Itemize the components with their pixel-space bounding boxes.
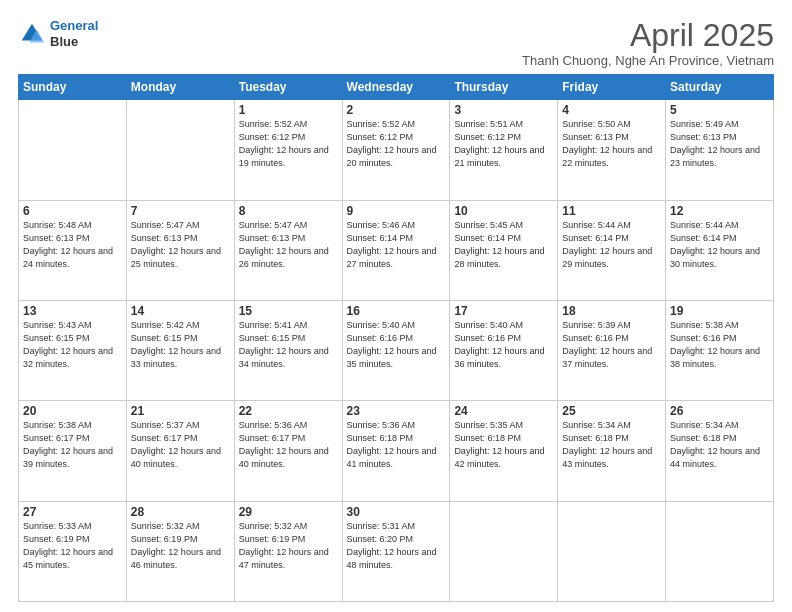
col-saturday: Saturday	[666, 75, 774, 100]
table-row: 21Sunrise: 5:37 AM Sunset: 6:17 PM Dayli…	[126, 401, 234, 501]
day-number: 7	[131, 204, 230, 218]
day-info: Sunrise: 5:45 AM Sunset: 6:14 PM Dayligh…	[454, 219, 553, 271]
day-number: 9	[347, 204, 446, 218]
table-row: 1Sunrise: 5:52 AM Sunset: 6:12 PM Daylig…	[234, 100, 342, 200]
day-info: Sunrise: 5:41 AM Sunset: 6:15 PM Dayligh…	[239, 319, 338, 371]
table-row: 16Sunrise: 5:40 AM Sunset: 6:16 PM Dayli…	[342, 300, 450, 400]
day-number: 12	[670, 204, 769, 218]
day-info: Sunrise: 5:35 AM Sunset: 6:18 PM Dayligh…	[454, 419, 553, 471]
col-monday: Monday	[126, 75, 234, 100]
day-number: 3	[454, 103, 553, 117]
day-info: Sunrise: 5:40 AM Sunset: 6:16 PM Dayligh…	[454, 319, 553, 371]
day-number: 5	[670, 103, 769, 117]
day-info: Sunrise: 5:46 AM Sunset: 6:14 PM Dayligh…	[347, 219, 446, 271]
page: General Blue April 2025 Thanh Chuong, Ng…	[0, 0, 792, 612]
day-info: Sunrise: 5:48 AM Sunset: 6:13 PM Dayligh…	[23, 219, 122, 271]
day-number: 10	[454, 204, 553, 218]
day-number: 29	[239, 505, 338, 519]
table-row: 30Sunrise: 5:31 AM Sunset: 6:20 PM Dayli…	[342, 501, 450, 601]
table-row: 19Sunrise: 5:38 AM Sunset: 6:16 PM Dayli…	[666, 300, 774, 400]
logo-icon	[18, 20, 46, 48]
month-title: April 2025	[522, 18, 774, 53]
table-row: 20Sunrise: 5:38 AM Sunset: 6:17 PM Dayli…	[19, 401, 127, 501]
calendar-week-row: 6Sunrise: 5:48 AM Sunset: 6:13 PM Daylig…	[19, 200, 774, 300]
day-info: Sunrise: 5:44 AM Sunset: 6:14 PM Dayligh…	[562, 219, 661, 271]
day-info: Sunrise: 5:43 AM Sunset: 6:15 PM Dayligh…	[23, 319, 122, 371]
calendar-header-row: Sunday Monday Tuesday Wednesday Thursday…	[19, 75, 774, 100]
table-row: 6Sunrise: 5:48 AM Sunset: 6:13 PM Daylig…	[19, 200, 127, 300]
table-row	[450, 501, 558, 601]
day-info: Sunrise: 5:31 AM Sunset: 6:20 PM Dayligh…	[347, 520, 446, 572]
table-row: 18Sunrise: 5:39 AM Sunset: 6:16 PM Dayli…	[558, 300, 666, 400]
day-number: 20	[23, 404, 122, 418]
table-row: 15Sunrise: 5:41 AM Sunset: 6:15 PM Dayli…	[234, 300, 342, 400]
header: General Blue April 2025 Thanh Chuong, Ng…	[18, 18, 774, 68]
logo-line1: General	[50, 18, 98, 33]
table-row: 4Sunrise: 5:50 AM Sunset: 6:13 PM Daylig…	[558, 100, 666, 200]
table-row	[126, 100, 234, 200]
table-row: 3Sunrise: 5:51 AM Sunset: 6:12 PM Daylig…	[450, 100, 558, 200]
day-number: 4	[562, 103, 661, 117]
col-wednesday: Wednesday	[342, 75, 450, 100]
day-info: Sunrise: 5:44 AM Sunset: 6:14 PM Dayligh…	[670, 219, 769, 271]
day-info: Sunrise: 5:47 AM Sunset: 6:13 PM Dayligh…	[131, 219, 230, 271]
table-row: 26Sunrise: 5:34 AM Sunset: 6:18 PM Dayli…	[666, 401, 774, 501]
table-row: 14Sunrise: 5:42 AM Sunset: 6:15 PM Dayli…	[126, 300, 234, 400]
day-number: 8	[239, 204, 338, 218]
table-row: 10Sunrise: 5:45 AM Sunset: 6:14 PM Dayli…	[450, 200, 558, 300]
day-info: Sunrise: 5:42 AM Sunset: 6:15 PM Dayligh…	[131, 319, 230, 371]
col-thursday: Thursday	[450, 75, 558, 100]
table-row: 29Sunrise: 5:32 AM Sunset: 6:19 PM Dayli…	[234, 501, 342, 601]
table-row: 5Sunrise: 5:49 AM Sunset: 6:13 PM Daylig…	[666, 100, 774, 200]
day-info: Sunrise: 5:33 AM Sunset: 6:19 PM Dayligh…	[23, 520, 122, 572]
logo-text: General Blue	[50, 18, 98, 49]
location: Thanh Chuong, Nghe An Province, Vietnam	[522, 53, 774, 68]
day-number: 14	[131, 304, 230, 318]
table-row: 17Sunrise: 5:40 AM Sunset: 6:16 PM Dayli…	[450, 300, 558, 400]
day-info: Sunrise: 5:36 AM Sunset: 6:17 PM Dayligh…	[239, 419, 338, 471]
title-block: April 2025 Thanh Chuong, Nghe An Provinc…	[522, 18, 774, 68]
day-number: 21	[131, 404, 230, 418]
day-number: 1	[239, 103, 338, 117]
day-info: Sunrise: 5:52 AM Sunset: 6:12 PM Dayligh…	[347, 118, 446, 170]
day-info: Sunrise: 5:47 AM Sunset: 6:13 PM Dayligh…	[239, 219, 338, 271]
table-row	[666, 501, 774, 601]
day-info: Sunrise: 5:49 AM Sunset: 6:13 PM Dayligh…	[670, 118, 769, 170]
table-row: 25Sunrise: 5:34 AM Sunset: 6:18 PM Dayli…	[558, 401, 666, 501]
table-row: 2Sunrise: 5:52 AM Sunset: 6:12 PM Daylig…	[342, 100, 450, 200]
table-row: 28Sunrise: 5:32 AM Sunset: 6:19 PM Dayli…	[126, 501, 234, 601]
day-info: Sunrise: 5:36 AM Sunset: 6:18 PM Dayligh…	[347, 419, 446, 471]
table-row: 12Sunrise: 5:44 AM Sunset: 6:14 PM Dayli…	[666, 200, 774, 300]
table-row: 11Sunrise: 5:44 AM Sunset: 6:14 PM Dayli…	[558, 200, 666, 300]
table-row: 24Sunrise: 5:35 AM Sunset: 6:18 PM Dayli…	[450, 401, 558, 501]
col-tuesday: Tuesday	[234, 75, 342, 100]
day-info: Sunrise: 5:32 AM Sunset: 6:19 PM Dayligh…	[131, 520, 230, 572]
day-number: 19	[670, 304, 769, 318]
table-row: 7Sunrise: 5:47 AM Sunset: 6:13 PM Daylig…	[126, 200, 234, 300]
day-info: Sunrise: 5:39 AM Sunset: 6:16 PM Dayligh…	[562, 319, 661, 371]
day-number: 23	[347, 404, 446, 418]
day-info: Sunrise: 5:38 AM Sunset: 6:17 PM Dayligh…	[23, 419, 122, 471]
table-row: 13Sunrise: 5:43 AM Sunset: 6:15 PM Dayli…	[19, 300, 127, 400]
calendar-week-row: 13Sunrise: 5:43 AM Sunset: 6:15 PM Dayli…	[19, 300, 774, 400]
table-row: 8Sunrise: 5:47 AM Sunset: 6:13 PM Daylig…	[234, 200, 342, 300]
day-number: 6	[23, 204, 122, 218]
day-info: Sunrise: 5:34 AM Sunset: 6:18 PM Dayligh…	[670, 419, 769, 471]
day-number: 16	[347, 304, 446, 318]
logo: General Blue	[18, 18, 98, 49]
table-row	[558, 501, 666, 601]
day-number: 25	[562, 404, 661, 418]
table-row: 27Sunrise: 5:33 AM Sunset: 6:19 PM Dayli…	[19, 501, 127, 601]
table-row: 23Sunrise: 5:36 AM Sunset: 6:18 PM Dayli…	[342, 401, 450, 501]
day-info: Sunrise: 5:34 AM Sunset: 6:18 PM Dayligh…	[562, 419, 661, 471]
day-number: 27	[23, 505, 122, 519]
day-info: Sunrise: 5:52 AM Sunset: 6:12 PM Dayligh…	[239, 118, 338, 170]
day-info: Sunrise: 5:50 AM Sunset: 6:13 PM Dayligh…	[562, 118, 661, 170]
table-row: 9Sunrise: 5:46 AM Sunset: 6:14 PM Daylig…	[342, 200, 450, 300]
calendar-week-row: 27Sunrise: 5:33 AM Sunset: 6:19 PM Dayli…	[19, 501, 774, 601]
col-sunday: Sunday	[19, 75, 127, 100]
day-number: 13	[23, 304, 122, 318]
calendar-table: Sunday Monday Tuesday Wednesday Thursday…	[18, 74, 774, 602]
day-number: 18	[562, 304, 661, 318]
day-number: 22	[239, 404, 338, 418]
